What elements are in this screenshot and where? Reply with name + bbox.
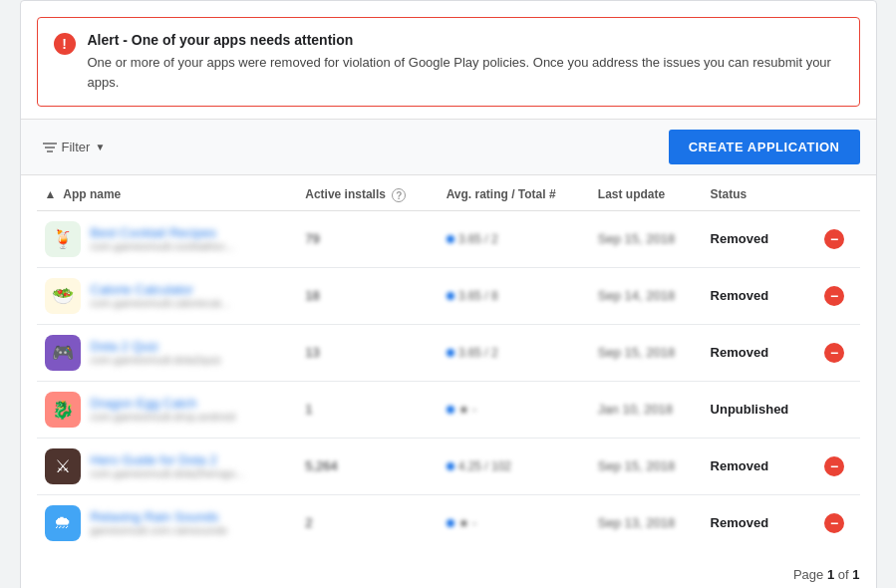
alert-title: Alert - One of your apps needs attention — [88, 32, 843, 48]
status-cell: Removed — [703, 267, 816, 324]
action-cell: − — [816, 438, 860, 494]
pagination-total: 1 — [852, 567, 859, 582]
app-package-name: com.gamesmudi.dota2quiz — [91, 354, 221, 366]
status-badge: Unpublished — [711, 402, 789, 417]
app-package-name: com.gamesmudi.drop.android — [91, 411, 236, 423]
status-badge: Removed — [711, 288, 769, 303]
status-badge: Removed — [711, 231, 769, 246]
rating-cell: ★ - — [439, 494, 590, 551]
rating-cell: 4.25 / 102 — [439, 438, 590, 494]
app-name-cell: 🌧 Relaxing Rain Sounds gamesmudi.com.rai… — [37, 494, 298, 551]
remove-icon[interactable]: − — [824, 229, 844, 249]
rating-dot — [447, 292, 454, 300]
col-app-name[interactable]: ▲ App name — [37, 175, 298, 210]
app-icon: 🍹 — [45, 221, 81, 257]
app-name-text: Dragon Egg Catch com.gamesmudi.drop.andr… — [91, 396, 236, 423]
install-count: 13 — [297, 324, 438, 381]
rating-dot — [447, 235, 454, 243]
table-row: 🌧 Relaxing Rain Sounds gamesmudi.com.rai… — [37, 494, 860, 551]
status-cell: Removed — [703, 494, 816, 551]
rating-dot — [447, 406, 454, 414]
app-name-primary[interactable]: Best Cocktail Recipes — [91, 225, 235, 240]
app-icon: 🌧 — [45, 505, 81, 541]
col-avg-rating: Avg. rating / Total # — [439, 175, 590, 210]
app-icon: 🐉 — [45, 392, 81, 428]
remove-icon[interactable]: − — [824, 456, 844, 476]
table-row: 🎮 Dota 2 Quiz com.gamesmudi.dota2quiz 13… — [37, 324, 860, 381]
last-update-cell: Jan 10, 2018 — [590, 381, 703, 438]
status-cell: Removed — [703, 438, 816, 494]
rating-dot — [447, 349, 454, 357]
col-last-update: Last update — [590, 175, 703, 210]
rating-dot — [447, 519, 454, 527]
action-cell — [816, 381, 860, 438]
create-application-button[interactable]: CREATE APPLICATION — [669, 130, 860, 164]
action-cell: − — [816, 494, 860, 551]
alert-icon: ! — [54, 33, 76, 55]
status-badge: Removed — [711, 458, 769, 473]
install-count: 5,264 — [297, 438, 438, 494]
app-name-text: Calorie Calculator com.gamesmudi.calorie… — [91, 282, 230, 309]
install-count: 18 — [297, 267, 438, 324]
table-row: 🥗 Calorie Calculator com.gamesmudi.calor… — [37, 267, 860, 324]
app-name-text: Hero Guide for Dota 2 com.gamesmudi.dota… — [91, 452, 245, 479]
col-status: Status — [703, 175, 816, 210]
install-count: 2 — [297, 494, 438, 551]
app-name-primary[interactable]: Calorie Calculator — [91, 282, 230, 297]
toolbar: Filter ▼ CREATE APPLICATION — [21, 119, 876, 175]
app-icon: 🥗 — [45, 278, 81, 314]
status-cell: Unpublished — [703, 381, 816, 438]
col-active-installs: Active installs ? — [297, 175, 438, 210]
pagination-current: 1 — [827, 567, 834, 582]
app-table: ▲ App name Active installs ? Avg. rating… — [37, 175, 860, 551]
last-update-cell: Sep 15, 2018 — [590, 438, 703, 494]
rating-cell: 3.65 / 2 — [439, 210, 590, 267]
app-name-cell: 🥗 Calorie Calculator com.gamesmudi.calor… — [37, 267, 298, 324]
app-name-primary[interactable]: Hero Guide for Dota 2 — [91, 452, 245, 467]
sort-arrow-icon: ▲ — [45, 187, 57, 201]
remove-icon[interactable]: − — [824, 286, 844, 306]
status-cell: Removed — [703, 210, 816, 267]
filter-button[interactable]: Filter ▼ — [37, 136, 112, 158]
install-count: 79 — [297, 210, 438, 267]
app-name-cell: 🍹 Best Cocktail Recipes com.gamesmudi.co… — [37, 210, 298, 267]
app-package-name: gamesmudi.com.rainsounds — [91, 524, 228, 536]
app-name-text: Best Cocktail Recipes com.gamesmudi.cock… — [91, 225, 235, 252]
action-cell: − — [816, 210, 860, 267]
filter-label: Filter — [62, 140, 91, 154]
status-cell: Removed — [703, 324, 816, 381]
remove-icon[interactable]: − — [824, 513, 844, 533]
rating-cell: 3.65 / 2 — [439, 324, 590, 381]
table-row: ⚔ Hero Guide for Dota 2 com.gamesmudi.do… — [37, 438, 860, 494]
pagination-text: Page 1 of 1 — [793, 567, 860, 582]
active-installs-help-icon[interactable]: ? — [392, 188, 406, 202]
app-package-name: com.gamesmudi.cocktailrec... — [91, 240, 235, 252]
status-badge: Removed — [711, 345, 769, 360]
app-name-text: Relaxing Rain Sounds gamesmudi.com.rains… — [91, 509, 228, 536]
remove-icon[interactable]: − — [824, 343, 844, 363]
last-update-cell: Sep 15, 2018 — [590, 210, 703, 267]
app-name-primary[interactable]: Dota 2 Quiz — [91, 339, 221, 354]
install-count: 1 — [297, 381, 438, 438]
app-name-cell: ⚔ Hero Guide for Dota 2 com.gamesmudi.do… — [37, 438, 298, 494]
status-badge: Removed — [711, 515, 769, 530]
col-action — [816, 175, 860, 210]
pagination: Page 1 of 1 — [21, 559, 876, 588]
app-icon: ⚔ — [45, 448, 81, 484]
app-name-primary[interactable]: Relaxing Rain Sounds — [91, 509, 228, 524]
alert-banner: ! Alert - One of your apps needs attenti… — [37, 17, 860, 107]
app-package-name: com.gamesmudi.dota2herogo... — [91, 467, 245, 479]
action-cell: − — [816, 324, 860, 381]
rating-cell: ★ - — [439, 381, 590, 438]
table-row: 🍹 Best Cocktail Recipes com.gamesmudi.co… — [37, 210, 860, 267]
action-cell: − — [816, 267, 860, 324]
last-update-cell: Sep 13, 2018 — [590, 494, 703, 551]
last-update-cell: Sep 15, 2018 — [590, 324, 703, 381]
filter-icon — [43, 142, 57, 153]
last-update-cell: Sep 14, 2018 — [590, 267, 703, 324]
app-name-primary[interactable]: Dragon Egg Catch — [91, 396, 236, 411]
app-name-text: Dota 2 Quiz com.gamesmudi.dota2quiz — [91, 339, 221, 366]
table-row: 🐉 Dragon Egg Catch com.gamesmudi.drop.an… — [37, 381, 860, 438]
main-container: ! Alert - One of your apps needs attenti… — [20, 0, 877, 588]
app-table-container: ▲ App name Active installs ? Avg. rating… — [21, 175, 876, 559]
